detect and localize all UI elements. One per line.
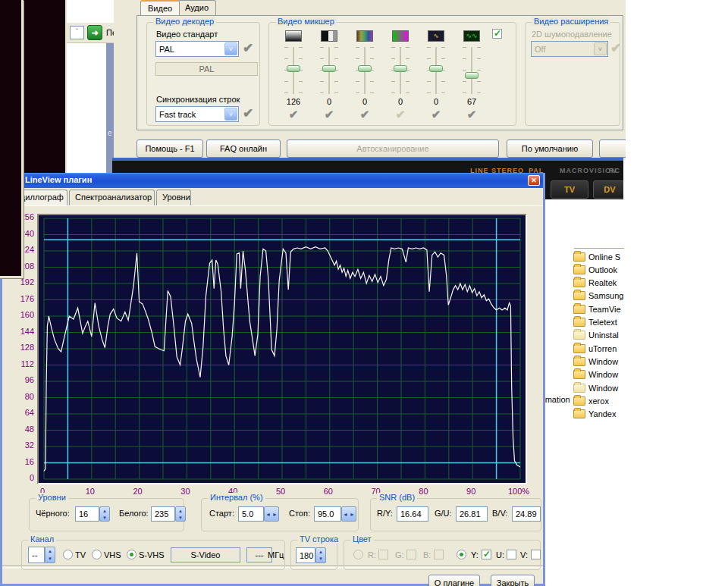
black-level-field[interactable]: 16 <box>75 506 99 522</box>
folder-item[interactable]: Window <box>573 381 618 394</box>
folder-item[interactable]: uTorren <box>573 342 617 355</box>
mixer-slider[interactable]: 0✔ <box>312 27 346 133</box>
x-axis-label: 100% <box>505 487 532 496</box>
x-axis-label: 30 <box>171 487 199 496</box>
combo-arrow-icon[interactable]: ˅ <box>224 108 237 121</box>
y-checkbox[interactable] <box>482 550 491 559</box>
y-axis-label: 112 <box>8 359 34 368</box>
chevron-down-icon[interactable]: ˇ <box>70 26 84 39</box>
radio-vhs[interactable] <box>92 550 102 559</box>
dv-button[interactable]: DV <box>593 180 623 199</box>
stop-spinner[interactable]: ◄► <box>341 506 356 522</box>
folder-item[interactable]: Yandex <box>573 408 617 421</box>
tv-line-field[interactable]: 180 <box>296 547 315 563</box>
slider-thumb[interactable] <box>465 72 479 79</box>
y-axis-label: 80 <box>8 392 34 401</box>
radio-tv-label[interactable]: TV <box>75 550 86 559</box>
folder-name: uTorren <box>588 344 617 353</box>
hue-icon <box>392 30 409 42</box>
channel-spin-field[interactable]: -- <box>28 547 45 563</box>
white-level-spinner[interactable]: ▲▼ <box>175 506 186 522</box>
folder-item[interactable]: Outlook <box>573 263 617 276</box>
oscillograph-page: 0163248648096112128144160176192208224240… <box>2 205 543 584</box>
mixer-slider[interactable]: 0✔ <box>348 27 381 133</box>
folder-item[interactable]: Window <box>573 368 618 381</box>
v-label[interactable]: V: <box>520 550 528 559</box>
go-arrow-icon[interactable]: ➜ <box>87 25 102 40</box>
folder-item[interactable]: Realtek <box>573 277 617 290</box>
folder-item[interactable]: Window <box>573 355 618 368</box>
mixer-slider[interactable]: 126✔ <box>277 27 310 133</box>
folder-item[interactable]: Samsung <box>573 290 623 302</box>
lineview-titlebar[interactable]: LineView плагин ✕ <box>2 173 543 188</box>
slider-thumb[interactable] <box>429 65 443 72</box>
mixer-enable-checkbox[interactable] <box>492 29 502 39</box>
tab-audio[interactable]: Аудио <box>177 0 216 15</box>
video-mixer-title: Видео микшер <box>275 17 337 26</box>
about-plugin-button[interactable]: О плагине <box>428 575 480 586</box>
folder-item[interactable]: Online S <box>573 250 620 263</box>
clipped-letter: e <box>108 23 112 31</box>
start-field[interactable]: 5.0 <box>238 506 264 522</box>
radio-vhs-label[interactable]: VHS <box>104 550 121 559</box>
channel-title: Канал <box>28 534 56 544</box>
slider-thumb[interactable] <box>394 65 407 72</box>
slider-value: 67 <box>455 97 488 106</box>
close-icon[interactable]: ✕ <box>528 175 540 186</box>
radio-svhs[interactable] <box>127 550 136 559</box>
radio-svhs-label[interactable]: S-VHS <box>139 550 165 559</box>
video-decoder-group: Видео декодер Видео стандарт PAL ˅ ✔ PAL… <box>146 22 260 126</box>
apply-check-icon: ✔ <box>610 40 621 56</box>
slider-thumb[interactable] <box>287 65 300 72</box>
svideo-field: S-Video <box>171 547 240 562</box>
tab-video[interactable]: Видео <box>140 0 180 15</box>
close-plugin-button[interactable]: Закрыть <box>491 575 535 586</box>
mixer-slider[interactable]: ∿0✔ <box>419 27 453 133</box>
folder-item[interactable]: xerox <box>573 394 609 407</box>
black-window-front <box>0 0 24 278</box>
help-button[interactable]: Помощь - F1 <box>136 139 203 158</box>
faq-button[interactable]: FAQ онлайн <box>206 139 281 158</box>
levels-title: Уровни <box>36 493 68 502</box>
video-standard-readout: PAL <box>155 62 258 76</box>
white-level-field[interactable]: 235 <box>151 506 175 522</box>
u-checkbox[interactable] <box>507 550 516 559</box>
stop-field[interactable]: 95.0 <box>314 506 341 522</box>
line-sync-combo[interactable]: Fast track ˅ <box>155 106 239 122</box>
video-standard-combo[interactable]: PAL ˅ <box>155 41 239 57</box>
v-checkbox[interactable] <box>531 550 541 559</box>
slider-thumb[interactable] <box>358 65 372 72</box>
tab-spectrum-analyzer[interactable]: Спектроанализатор <box>69 190 155 205</box>
folder-item[interactable]: Teletext <box>573 316 617 329</box>
y-axis-label: 64 <box>8 408 34 417</box>
start-spinner[interactable]: ◄► <box>264 506 279 522</box>
folder-name: xerox <box>588 396 609 406</box>
r-checkbox <box>378 550 388 559</box>
radio-tv[interactable] <box>63 550 73 559</box>
mixer-slider[interactable]: 0✔ <box>384 27 417 133</box>
folder-name: Realtek <box>588 278 617 287</box>
y-axis-label: 32 <box>8 440 34 450</box>
black-level-spinner[interactable]: ▲▼ <box>99 506 110 522</box>
y-label[interactable]: Y: <box>471 550 479 559</box>
slider-thumb[interactable] <box>322 65 336 72</box>
folder-icon <box>573 409 585 418</box>
defaults-button[interactable]: По умолчанию <box>507 139 593 158</box>
x-axis-label: 90 <box>457 487 485 496</box>
noise-reduction-value: Off <box>532 45 593 54</box>
tab-levels[interactable]: Уровни <box>156 190 191 205</box>
folder-item[interactable]: TeamVie <box>573 302 621 315</box>
combo-arrow-icon[interactable]: ˅ <box>224 42 237 55</box>
folder-item[interactable]: Uninstal <box>573 329 619 342</box>
start-label: Старт: <box>209 509 234 518</box>
tv-line-spinner[interactable]: ▲▼ <box>315 547 326 563</box>
close-settings-button[interactable]: Закрыть <box>599 139 626 158</box>
folder-icon <box>573 252 585 262</box>
tv-button[interactable]: TV <box>551 180 588 199</box>
radio-yuv[interactable] <box>457 550 466 559</box>
channel-spinner[interactable]: ▲▼ <box>45 547 55 563</box>
folder-name: Window <box>588 384 618 393</box>
slider-ticks <box>477 47 481 94</box>
mixer-slider[interactable]: ∿∿67✔ <box>455 27 488 133</box>
u-label[interactable]: U: <box>496 550 504 559</box>
